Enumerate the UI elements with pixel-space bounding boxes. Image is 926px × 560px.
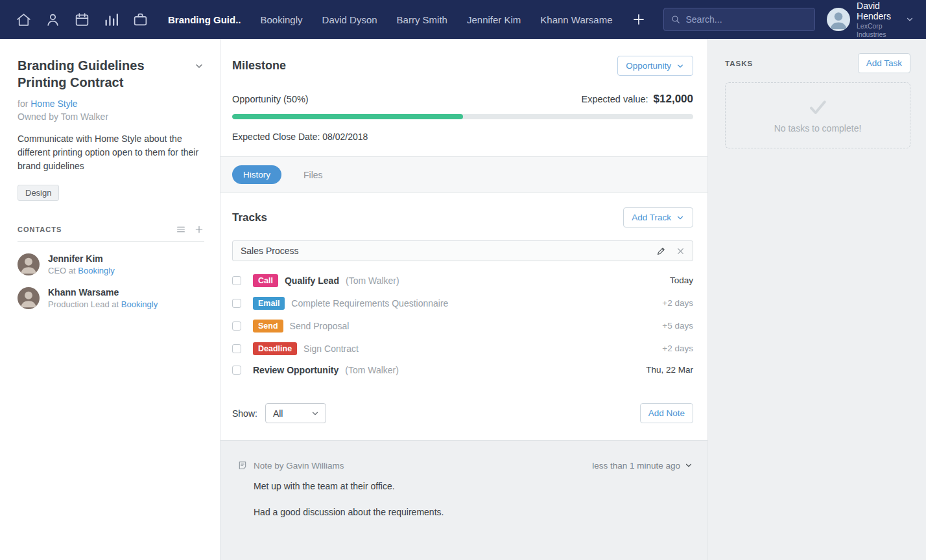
nav-tab-jennifer-kim[interactable]: Jennifer Kim [467, 14, 521, 25]
task-due: Today [670, 275, 693, 285]
show-label: Show: [232, 408, 257, 419]
empty-tasks-message: No tasks to complete! [774, 123, 862, 134]
opportunity-dropdown-button[interactable]: Opportunity [617, 56, 693, 76]
task-due: +2 days [662, 298, 693, 308]
tag-design[interactable]: Design [18, 185, 59, 201]
history-feed: Note by Gavin Williams less than 1 minut… [220, 440, 707, 560]
note-time-menu[interactable]: less than 1 minute ago [592, 461, 693, 471]
nav-tab-branding-guidelines[interactable]: Branding Guid.. [168, 14, 241, 25]
opportunity-description: Communicate with Home Style about the di… [18, 132, 204, 173]
track-item: Deadline Sign Contract +2 days [232, 337, 693, 360]
add-icon[interactable] [631, 12, 647, 27]
user-info: David Henders LexCorp Industries [857, 1, 899, 39]
remove-track-icon[interactable] [676, 247, 685, 255]
task-checkbox[interactable] [232, 366, 241, 375]
nav-tab-khann-warsame[interactable]: Khann Warsame [540, 14, 612, 25]
edit-track-icon[interactable] [656, 246, 666, 256]
milestone-section: Milestone Opportunity Opportunity (50%) … [220, 39, 707, 156]
add-note-button[interactable]: Add Note [640, 403, 693, 423]
task-checkbox[interactable] [232, 299, 241, 308]
task-title[interactable]: Review Opportunity [253, 365, 338, 375]
category-badge: Call [253, 274, 278, 287]
track-item: Call Qualify Lead (Tom Walker) Today [232, 269, 693, 292]
home-icon[interactable] [16, 12, 32, 28]
note-icon [237, 460, 248, 471]
contact-avatar [18, 253, 40, 275]
show-filter-select[interactable]: All [265, 403, 326, 423]
contact-role: Production Lead at Bookingly [48, 299, 158, 309]
show-filter-value: All [273, 408, 283, 419]
expected-value-label: Expected value: [581, 94, 648, 104]
chevron-down-icon [905, 15, 914, 24]
nav-tab-bookingly[interactable]: Bookingly [261, 14, 303, 25]
reports-icon[interactable] [103, 12, 119, 28]
task-owner: (Tom Walker) [345, 365, 399, 375]
task-checkbox[interactable] [232, 344, 241, 353]
category-badge: Deadline [253, 342, 297, 355]
task-title[interactable]: Complete Requirements Questionnaire [291, 298, 448, 309]
contact-row[interactable]: Jennifer Kim CEO at Bookingly [18, 253, 204, 275]
chevron-down-icon [684, 461, 693, 470]
expected-close-date: Expected Close Date: 08/02/2018 [232, 132, 693, 142]
opportunity-for: for Home Style [18, 99, 204, 109]
people-icon[interactable] [45, 12, 61, 28]
tracks-title: Tracks [232, 211, 267, 224]
add-track-label: Add Track [632, 213, 671, 222]
check-icon [807, 97, 828, 118]
top-navbar: Branding Guid.. Bookingly David Dyson Ba… [0, 0, 926, 39]
empty-tasks-box: No tasks to complete! [725, 82, 910, 148]
expected-value: $12,000 [654, 93, 693, 105]
tasks-panel: TASKS Add Task No tasks to complete! [708, 39, 926, 560]
task-checkbox[interactable] [232, 276, 241, 285]
history-files-tabbar: History Files [220, 156, 707, 193]
navbar-icon-group [16, 12, 148, 28]
add-track-button[interactable]: Add Track [623, 207, 693, 228]
page-content: Branding Guidelines Printing Contract fo… [0, 39, 926, 560]
navbar-tabs: Branding Guid.. Bookingly David Dyson Ba… [168, 14, 613, 25]
add-contact-icon[interactable] [194, 224, 204, 235]
add-task-button[interactable]: Add Task [858, 53, 910, 73]
progress-fill [232, 114, 463, 119]
task-title[interactable]: Qualify Lead [285, 275, 339, 286]
contact-org-link[interactable]: Bookingly [78, 266, 114, 275]
contact-row[interactable]: Khann Warsame Production Lead at Booking… [18, 287, 204, 309]
at-label: at [69, 266, 76, 275]
task-owner: (Tom Walker) [346, 275, 399, 286]
company-link[interactable]: Home Style [30, 99, 77, 109]
at-label: at [112, 299, 119, 309]
contact-org-link[interactable]: Bookingly [121, 299, 158, 309]
contact-role-text: Production Lead [48, 299, 110, 309]
note-timestamp: less than 1 minute ago [592, 461, 680, 471]
show-filter-row: Show: All Add Note [232, 403, 693, 423]
category-badge: Email [253, 297, 285, 310]
task-title[interactable]: Sign Contract [303, 344, 359, 354]
tab-history[interactable]: History [232, 165, 281, 184]
calendar-icon[interactable] [74, 12, 90, 28]
opportunity-percentage: Opportunity (50%) [232, 94, 309, 104]
search-box[interactable] [663, 8, 816, 31]
note-text-line: Met up with the team at their office. [254, 481, 693, 491]
nav-tab-barry-smith[interactable]: Barry Smith [397, 14, 447, 25]
tab-files[interactable]: Files [303, 170, 323, 180]
task-due: +5 days [662, 321, 693, 331]
nav-tab-david-dyson[interactable]: David Dyson [322, 14, 377, 25]
track-name-bar: Sales Process [232, 240, 693, 261]
chevron-down-icon [311, 409, 320, 418]
chevron-down-icon[interactable] [194, 61, 204, 71]
search-input[interactable] [686, 14, 809, 25]
list-view-icon[interactable] [176, 224, 186, 235]
opportunity-sidebar: Branding Guidelines Printing Contract fo… [0, 39, 220, 560]
chevron-down-icon [676, 213, 685, 222]
task-due: +2 days [662, 344, 693, 353]
task-title[interactable]: Send Proposal [290, 321, 350, 331]
contact-name: Jennifer Kim [48, 253, 115, 264]
cases-icon[interactable] [132, 12, 148, 28]
task-checkbox[interactable] [232, 321, 241, 331]
note-author: Note by Gavin Williams [254, 461, 344, 471]
user-organisation: LexCorp Industries [857, 22, 899, 38]
contacts-title: CONTACTS [18, 226, 62, 233]
user-menu[interactable]: David Henders LexCorp Industries [827, 1, 914, 39]
search-icon [671, 14, 681, 25]
track-name: Sales Process [241, 246, 298, 256]
contacts-header: CONTACTS [18, 224, 204, 242]
